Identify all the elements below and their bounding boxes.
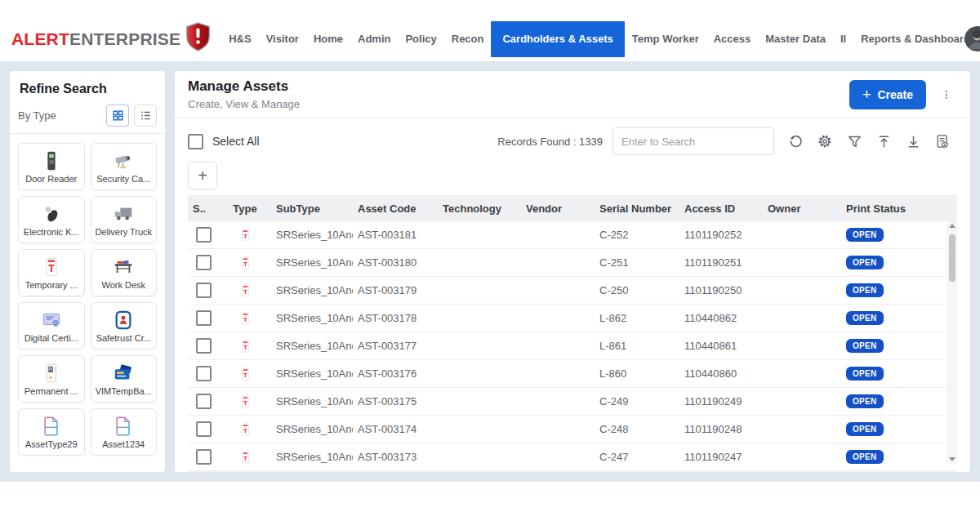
list-view-toggle[interactable] xyxy=(134,105,157,127)
column-header-technology[interactable]: Technology xyxy=(438,203,521,215)
row-checkbox[interactable] xyxy=(196,394,212,409)
add-asset-button[interactable]: + xyxy=(188,162,217,189)
table-row[interactable]: TSRSeries_10And...AST-003176L-8601104408… xyxy=(188,360,957,388)
cell-serial-number: C-249 xyxy=(595,395,679,407)
nav-item-admin[interactable]: Admin xyxy=(350,21,398,57)
table-toolbar: Select All Records Found : 1339 xyxy=(175,118,970,159)
column-header-access-id[interactable]: Access ID xyxy=(679,203,763,215)
assets-table: S..TypeSubTypeAsset CodeTechnologyVendor… xyxy=(188,195,957,467)
table-row[interactable]: TSRSeries_10And...AST-003175C-2491101190… xyxy=(188,388,957,416)
column-header-vendor[interactable]: Vendor xyxy=(521,203,595,215)
row-checkbox[interactable] xyxy=(196,366,212,381)
column-header-print-status[interactable]: Print Status xyxy=(841,203,957,215)
table-row[interactable]: TSRSeries_10And...AST-003173C-2471101190… xyxy=(188,443,957,471)
row-checkbox-cell xyxy=(188,394,219,409)
column-header-subtype[interactable]: SubType xyxy=(271,203,353,215)
asset-type-tile-safetrust-cr[interactable]: Safetrust Cr... xyxy=(91,302,158,349)
print-status-badge: OPEN xyxy=(846,394,884,408)
nav-item-reports-dashboard[interactable]: Reports & Dashboard xyxy=(853,21,978,57)
shield-icon xyxy=(185,22,212,56)
print-status-badge: OPEN xyxy=(846,339,884,353)
asset-doc-icon xyxy=(41,416,62,437)
tile-label: Asset1234 xyxy=(102,439,145,449)
column-header-asset-code[interactable]: Asset Code xyxy=(353,203,438,215)
upload-button[interactable] xyxy=(869,129,898,154)
nav-item-visitor[interactable]: Visitor xyxy=(259,21,306,57)
table-row[interactable]: TSRSeries_10And...AST-003174C-2481101190… xyxy=(188,416,957,443)
divider xyxy=(10,133,165,134)
vertical-scrollbar-thumb[interactable] xyxy=(949,234,956,282)
nav-item-recon[interactable]: Recon xyxy=(444,21,492,57)
nav-item-ii[interactable]: II xyxy=(833,21,853,57)
asset-type-tile-security-ca[interactable]: Security Ca... xyxy=(91,143,158,190)
filter-button[interactable] xyxy=(840,129,869,154)
settings-button[interactable] xyxy=(810,129,840,154)
nav-item-h-s[interactable]: H&S xyxy=(221,21,258,57)
cell-asset-code: AST-003181 xyxy=(353,229,438,241)
svg-text:T: T xyxy=(243,371,247,378)
tile-label: Safetrust Cr... xyxy=(96,333,151,343)
scroll-down-arrow[interactable] xyxy=(949,457,956,461)
column-header-type[interactable]: Type xyxy=(219,203,271,215)
asset-type-tile-electronic-k[interactable]: Electronic K... xyxy=(18,196,85,243)
refresh-button[interactable] xyxy=(781,129,810,154)
temporary-badge-icon: T xyxy=(238,255,252,271)
grid-view-toggle[interactable] xyxy=(106,105,129,127)
asset-type-tile-permanent[interactable]: Permanent ... xyxy=(18,355,85,403)
temporary-badge-icon: T xyxy=(238,394,252,410)
report-view-button[interactable] xyxy=(928,129,957,154)
more-options-button[interactable] xyxy=(936,82,957,107)
row-checkbox[interactable] xyxy=(196,421,212,437)
nav-item-temp-worker[interactable]: Temp Worker xyxy=(625,21,706,57)
row-checkbox[interactable] xyxy=(196,227,212,243)
nav-item-home[interactable]: Home xyxy=(306,21,350,57)
type-icon-cell: T xyxy=(219,227,271,243)
asset-doc-icon xyxy=(113,416,134,437)
table-row[interactable]: TSRSeries_10And...AST-003181C-2521101190… xyxy=(188,221,957,249)
cell-print-status: OPEN xyxy=(841,450,957,464)
asset-type-tile-temporary[interactable]: TTemporary ... xyxy=(18,249,85,296)
nav-item-master-data[interactable]: Master Data xyxy=(758,21,833,57)
column-header-owner[interactable]: Owner xyxy=(763,203,841,215)
nav-item-policy[interactable]: Policy xyxy=(398,21,443,57)
table-row[interactable]: TSRSeries_10And...AST-003177L-8611104408… xyxy=(188,332,957,360)
table-row[interactable]: TSRSeries_10And...AST-003179C-2501101190… xyxy=(188,277,957,305)
row-checkbox[interactable] xyxy=(196,255,212,270)
vertical-scrollbar[interactable] xyxy=(947,221,957,464)
create-button-label: Create xyxy=(877,88,913,101)
cell-serial-number: C-250 xyxy=(595,284,679,296)
grid-view-icon xyxy=(112,109,124,122)
asset-type-tile-digital-certi[interactable]: Digital Certi... xyxy=(18,302,85,349)
create-button[interactable]: + Create xyxy=(849,80,926,109)
content-area: Refine Search By Type Door ReaderSecurit… xyxy=(0,61,980,482)
select-all-checkbox[interactable] xyxy=(188,134,203,149)
row-checkbox[interactable] xyxy=(196,310,212,326)
table-row[interactable]: TSRSeries_10And...AST-003180C-2511101190… xyxy=(188,249,957,277)
cell-subtype: SRSeries_10And... xyxy=(271,423,353,435)
temporary-badge-icon: T xyxy=(238,310,252,327)
scroll-up-arrow[interactable] xyxy=(949,224,956,228)
asset-type-tile-work-desk[interactable]: Work Desk xyxy=(91,249,158,296)
column-header-serial-number[interactable]: Serial Number xyxy=(595,203,679,215)
table-row[interactable]: TSRSeries_10And...AST-003178L-8621104408… xyxy=(188,305,957,332)
asset-type-tile-delivery-truck[interactable]: Delivery Truck xyxy=(91,196,158,243)
column-header-s[interactable]: S.. xyxy=(188,203,219,215)
tile-label: Delivery Truck xyxy=(95,227,152,237)
row-checkbox[interactable] xyxy=(196,338,212,354)
svg-text:T: T xyxy=(243,232,247,239)
download-button[interactable] xyxy=(898,129,928,154)
nav-item-access[interactable]: Access xyxy=(706,21,759,57)
cell-access-id: 110440860 xyxy=(679,367,763,380)
temporary-badge-icon: T xyxy=(238,449,252,465)
row-checkbox[interactable] xyxy=(196,449,212,465)
asset-type-tile-asset1234[interactable]: Asset1234 xyxy=(91,408,158,456)
nav-item-cardholders-assets[interactable]: Cardholders & Assets xyxy=(491,21,624,57)
asset-type-tile-door-reader[interactable]: Door Reader xyxy=(18,143,85,190)
search-input[interactable] xyxy=(612,127,774,155)
asset-type-tile-assettype29[interactable]: AssetType29 xyxy=(18,408,85,456)
horizontal-scrollbar[interactable] xyxy=(188,471,957,472)
asset-type-tile-vimtempba[interactable]: VIMTempBa... xyxy=(91,355,158,403)
row-checkbox-cell xyxy=(188,255,219,270)
select-all-control[interactable]: Select All xyxy=(188,134,260,149)
row-checkbox[interactable] xyxy=(196,283,212,298)
